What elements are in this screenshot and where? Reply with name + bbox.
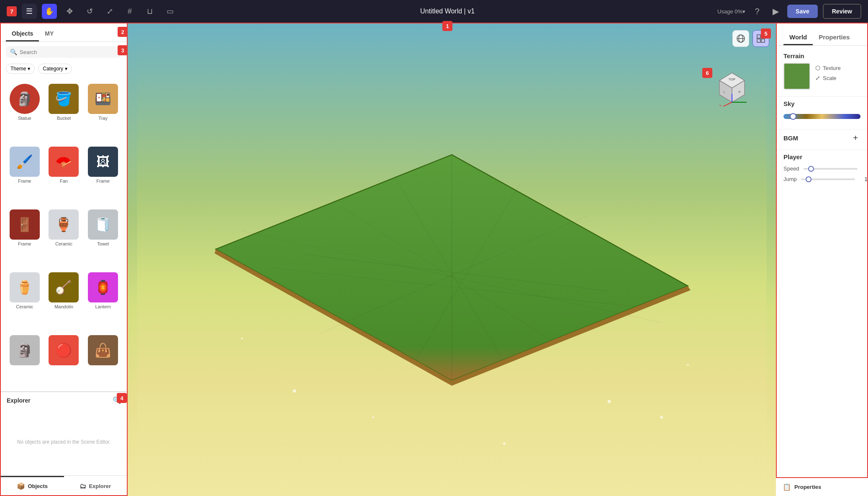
- scale-icon: ⤢: [815, 75, 820, 81]
- tool-magnet[interactable]: ⊔: [142, 4, 157, 19]
- bgm-add-button[interactable]: +: [850, 133, 860, 143]
- view-mode-perspective[interactable]: [732, 30, 749, 47]
- object-thumb-towel: 🧻: [88, 209, 118, 240]
- tool-scale[interactable]: ⤢: [102, 4, 117, 19]
- jump-row: Jump 1: [783, 176, 860, 182]
- review-button[interactable]: Review: [823, 4, 861, 19]
- tab-properties[interactable]: Properties: [813, 30, 855, 45]
- perspective-icon: [736, 34, 745, 43]
- sky-slider[interactable]: [783, 114, 860, 119]
- bgm-title: BGM: [783, 134, 798, 142]
- tool-undo[interactable]: ↺: [82, 4, 97, 19]
- speed-label: Speed: [783, 165, 799, 172]
- object-label-ceramic2: Ceramic: [16, 304, 33, 309]
- svg-point-14: [608, 400, 611, 403]
- explorer-header: Explorer 🔍 4: [1, 392, 127, 408]
- object-bucket[interactable]: 🪣 Bucket: [45, 80, 83, 142]
- object-item-13[interactable]: 🗿: [6, 332, 44, 388]
- object-item-15[interactable]: 👜: [84, 332, 122, 388]
- annotation-6: 6: [702, 68, 712, 78]
- object-item-14[interactable]: 🔴: [45, 332, 83, 388]
- speed-row: Speed 1: [783, 165, 860, 172]
- terrain-scale-option[interactable]: ⤢ Scale: [815, 75, 841, 81]
- save-button[interactable]: Save: [787, 5, 818, 18]
- player-section: Player Speed 1 Jump 1: [777, 150, 867, 193]
- tab-my[interactable]: MY: [39, 27, 59, 41]
- tool-move[interactable]: ✥: [62, 4, 77, 19]
- jump-slider[interactable]: [801, 178, 855, 180]
- explorer-panel: Explorer 🔍 4 No objects are placed in th…: [1, 392, 127, 475]
- cube-nav[interactable]: TOP L R X: [713, 69, 751, 108]
- tool-hand[interactable]: ✋: [42, 4, 57, 19]
- svg-line-33: [722, 102, 732, 106]
- terrain-section: ⬡ Texture ⤢ Scale: [777, 63, 867, 96]
- bottom-tab-explorer[interactable]: 🗂 Explorer: [64, 476, 127, 495]
- tab-objects[interactable]: Objects: [6, 27, 39, 41]
- annotation-3: 3: [118, 45, 127, 55]
- svg-point-17: [241, 337, 243, 339]
- terrain-preview: ⬡ Texture ⤢ Scale: [783, 63, 860, 90]
- texture-icon: ⬡: [815, 65, 820, 71]
- svg-rect-22: [757, 35, 760, 38]
- explorer-title: Explorer: [7, 397, 31, 404]
- tool-grid[interactable]: #: [122, 4, 137, 19]
- terrain-swatch[interactable]: [783, 63, 810, 90]
- object-tray[interactable]: 🍱 Tray: [84, 80, 122, 142]
- search-input[interactable]: [20, 49, 118, 55]
- tab-world[interactable]: World: [783, 30, 813, 45]
- properties-bar-label[interactable]: Properties: [794, 484, 821, 490]
- properties-bar: 📋 Properties: [776, 477, 868, 496]
- svg-point-18: [660, 416, 663, 419]
- object-frame1[interactable]: 🖌️ Frame: [6, 143, 44, 204]
- object-thumb-14: 🔴: [49, 335, 79, 365]
- play-button[interactable]: ▶: [769, 5, 782, 18]
- object-statue[interactable]: 🗿 Statue: [6, 80, 44, 142]
- jump-label: Jump: [783, 176, 797, 182]
- object-mandolin[interactable]: 🪕 Mandolin: [45, 269, 83, 330]
- object-ceramic2[interactable]: ⚱️ Ceramic: [6, 269, 44, 330]
- object-ceramic1[interactable]: 🏺 Ceramic: [45, 206, 83, 267]
- object-thumb-frame3: 🚪: [10, 209, 40, 240]
- object-thumb-statue: 🗿: [10, 84, 40, 114]
- svg-point-15: [687, 364, 689, 366]
- object-towel[interactable]: 🧻 Towel: [84, 206, 122, 267]
- terrain-texture-option[interactable]: ⬡ Texture: [815, 65, 841, 71]
- cube-nav-svg: TOP L R X: [713, 69, 751, 106]
- panel-tabs: Objects MY: [1, 23, 127, 42]
- svg-text:TOP: TOP: [729, 78, 735, 81]
- object-thumb-fan: 🪭: [49, 147, 79, 177]
- annotation-1: 1: [442, 21, 452, 31]
- filter-category[interactable]: Category ▾: [38, 64, 72, 74]
- object-fan[interactable]: 🪭 Fan: [45, 143, 83, 204]
- help-button[interactable]: ?: [750, 5, 764, 18]
- object-label-tray: Tray: [98, 116, 108, 121]
- filter-theme[interactable]: Theme ▾: [6, 64, 35, 74]
- svg-text:L: L: [724, 90, 725, 93]
- viewport[interactable]: 5 TOP L R X 6: [128, 23, 776, 496]
- tool-frame[interactable]: ▭: [162, 4, 177, 19]
- bottom-tab-objects[interactable]: 📦 Objects: [1, 476, 64, 495]
- right-panel-header: World Properties: [777, 23, 867, 46]
- sky-slider-handle[interactable]: [790, 113, 796, 120]
- objects-panel: Objects MY 3 🔍 Theme ▾ Category ▾: [1, 23, 127, 392]
- object-thumb-frame2: 🖼: [88, 147, 118, 177]
- object-frame3[interactable]: 🚪 Frame: [6, 206, 44, 267]
- svg-rect-25: [761, 39, 765, 42]
- svg-rect-24: [757, 39, 760, 42]
- object-lantern[interactable]: 🏮 Lantern: [84, 269, 122, 330]
- ground-plane-svg: [128, 23, 776, 496]
- filter-row: Theme ▾ Category ▾: [1, 62, 127, 77]
- object-thumb-frame1: 🖌️: [10, 147, 40, 177]
- jump-value: 1: [859, 176, 868, 182]
- search-icon: 🔍: [10, 49, 17, 55]
- objects-grid: 🗿 Statue 🪣 Bucket 🍱 Tray 🖌️ Frame �: [1, 77, 127, 391]
- object-thumb-mandolin: 🪕: [49, 272, 79, 302]
- svg-text:R: R: [738, 90, 740, 93]
- objects-tab-icon: 📦: [17, 482, 25, 490]
- menu-button[interactable]: ☰: [22, 4, 37, 19]
- sky-section: Sky: [777, 96, 867, 129]
- topbar: 7 ☰ ✋ ✥ ↺ ⤢ # ⊔ ▭ Untitled World | v1 1 …: [0, 0, 868, 23]
- object-frame2[interactable]: 🖼 Frame: [84, 143, 122, 204]
- bgm-section: BGM +: [777, 129, 867, 150]
- speed-slider[interactable]: [804, 168, 858, 170]
